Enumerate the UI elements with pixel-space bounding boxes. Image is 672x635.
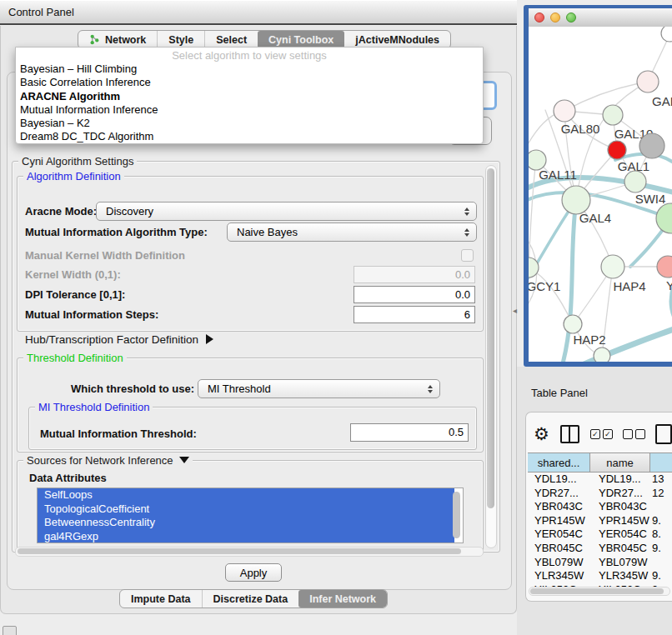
network-edge[interactable] [564,82,648,111]
close-traffic-light-icon[interactable] [534,12,544,22]
table-cell[interactable]: YPR145W [590,514,650,528]
table-horizontal-scrollbar[interactable] [529,587,670,596]
table-cell[interactable]: YBR045C [528,542,590,556]
table-cell[interactable]: YBR043C [528,500,590,514]
dropdown-item-selected[interactable]: ARACNE Algorithm [16,90,483,103]
dropdown-item[interactable]: Mutual Information Inference [16,103,483,117]
table-cell[interactable] [650,500,672,514]
column-header-partial[interactable] [650,453,672,472]
network-node[interactable] [554,100,575,122]
network-node[interactable] [637,71,659,92]
table-cell[interactable]: YDR27... [590,487,650,501]
list-item[interactable]: gal4RGexp [38,530,454,544]
new-table-icon[interactable] [655,424,672,444]
table-cell[interactable]: YBL079W [590,556,650,570]
network-edge[interactable] [529,160,536,268]
settings-horizontal-scrollbar[interactable] [15,547,484,557]
tab-discretize-data[interactable]: Discretize Data [202,590,299,608]
network-edge[interactable] [529,268,573,324]
unselect-all-columns-icon[interactable] [623,429,645,439]
table-cell[interactable]: YBR045C [590,542,650,556]
select-all-columns-icon[interactable]: ✓✓ [590,429,613,439]
table-cell[interactable] [650,556,672,570]
table-cell[interactable]: 9. [650,514,672,528]
table-cell[interactable]: 8. [650,528,672,542]
table-cell[interactable]: YDR27... [528,487,590,501]
table-cell[interactable]: YER054C [528,528,590,542]
table-row[interactable]: YDL19...YDL19...13 [528,472,672,487]
minimize-traffic-light-icon[interactable] [550,12,560,22]
table-cell[interactable]: YBL079W [528,556,590,570]
hub-definition-toggle[interactable]: Hub/Transcription Factor Definition [25,333,213,346]
dropdown-item[interactable]: Basic Correlation Inference [16,76,483,89]
mi-steps-field[interactable]: 6 [354,306,475,323]
network-node[interactable] [661,27,672,42]
column-split-icon[interactable] [560,425,579,443]
network-canvas[interactable]: GALGAL80GAL10GAL1GAL11SWI4GAL4GCY1HAP4YH… [529,27,672,362]
dpi-tolerance-field[interactable]: 0.0 [354,286,475,303]
network-node[interactable] [639,133,664,158]
network-node[interactable] [657,256,672,278]
network-node[interactable] [608,141,626,159]
panel-collapse-icon[interactable]: ◂ [513,306,517,315]
tab-impute-data[interactable]: Impute Data [120,590,202,608]
table-cell[interactable]: YPR145W [528,514,590,528]
network-node[interactable] [564,315,582,333]
list-item[interactable]: TopologicalCoefficient [38,502,454,517]
network-node[interactable] [624,171,646,192]
table-cell[interactable]: 12 [650,487,672,501]
minimized-panel-button[interactable] [3,626,17,635]
column-header-shared-name[interactable]: shared... [528,453,590,472]
tab-style[interactable]: Style [157,31,204,48]
table-cell[interactable]: 13 [650,472,672,487]
network-node[interactable] [594,348,610,362]
table-row[interactable]: YBR045CYBR045C9. [528,542,672,556]
table-cell[interactable]: YDL19... [590,472,650,487]
table-cell[interactable]: YBR043C [590,500,650,514]
table-row[interactable]: YBL079WYBL079W [528,556,672,570]
settings-vertical-scrollbar[interactable] [485,165,497,548]
table-row[interactable]: YBR043CYBR043C [528,500,672,514]
table-row[interactable]: YLR345WYLR345W9. [528,569,672,583]
apply-button[interactable]: Apply [225,563,282,582]
mi-threshold-field[interactable]: 0.5 [350,423,469,442]
tab-infer-network[interactable]: Infer Network [298,590,387,608]
network-node[interactable] [603,105,623,125]
tab-cyni-toolbox[interactable]: Cyni Toolbox [258,31,344,48]
dropdown-item[interactable]: Bayesian – Hill Climbing [16,62,483,76]
zoom-traffic-light-icon[interactable] [566,12,576,22]
list-item[interactable]: SelfLoops [38,488,454,502]
list-vertical-scrollbar[interactable] [453,492,460,538]
table-row[interactable]: YDR27...YDR27...12 [528,487,672,501]
aracne-mode-combo[interactable]: Discovery [96,202,477,221]
dropdown-item[interactable]: Dream8 DC_TDC Algorithm [16,130,483,143]
group-title: Cyni Algorithm Settings [18,155,137,168]
network-node[interactable] [656,203,672,233]
kernel-width-field[interactable]: 0.0 [354,266,475,283]
node-label: GAL4 [579,211,611,225]
settings-gear-icon[interactable]: ⚙ [534,426,549,442]
sources-toggle[interactable]: Sources for Network Inference [23,454,193,467]
table-row[interactable]: YPR145WYPR145W9. [528,514,672,528]
table-cell[interactable]: YLR345W [528,569,590,583]
table-row[interactable]: YER054CYER054C8. [528,528,672,542]
tab-select[interactable]: Select [204,31,258,48]
which-threshold-combo[interactable]: MI Threshold [198,379,440,398]
network-window-titlebar[interactable] [529,8,672,28]
list-item[interactable]: BetweennessCentrality [38,516,454,530]
network-node[interactable] [601,255,624,278]
tab-network[interactable]: Network [78,31,157,48]
manual-kernel-checkbox[interactable] [461,249,474,262]
table-cell[interactable]: YDL19... [528,472,590,487]
table-cell[interactable]: YER054C [590,528,650,542]
column-header-name[interactable]: name [590,453,650,472]
network-view[interactable]: GALGAL80GAL10GAL1GAL11SWI4GAL4GCY1HAP4YH… [529,27,672,362]
dropdown-item[interactable]: Bayesian – K2 [16,117,483,130]
table-cell[interactable]: 9. [650,569,672,583]
table-cell[interactable]: 9. [650,542,672,556]
table-cell[interactable]: YLR345W [590,569,650,583]
node-label: GAL80 [561,122,600,136]
node-label: HAP4 [613,279,645,293]
mi-type-combo[interactable]: Naive Bayes [227,222,477,242]
tab-jactivemnodules[interactable]: jActiveMNodules [344,31,450,48]
